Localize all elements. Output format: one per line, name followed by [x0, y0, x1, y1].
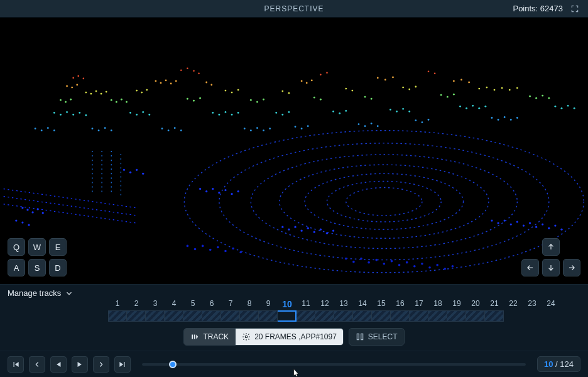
- svg-point-204: [375, 259, 378, 261]
- key-q[interactable]: Q: [8, 238, 25, 256]
- frame-cell[interactable]: [466, 310, 485, 322]
- key-d[interactable]: D: [49, 259, 67, 276]
- frame-cell[interactable]: [108, 310, 127, 322]
- frame-cell[interactable]: [297, 310, 315, 322]
- frame-number[interactable]: 22: [504, 299, 523, 309]
- frame-cell[interactable]: [240, 310, 259, 322]
- total-frames: 124: [560, 359, 574, 369]
- svg-point-101: [396, 111, 398, 112]
- play-forward-button[interactable]: [72, 356, 88, 373]
- arrow-up-button[interactable]: [542, 238, 560, 256]
- frame-number[interactable]: 1: [108, 299, 127, 309]
- frame-cell[interactable]: [202, 310, 221, 322]
- frame-number[interactable]: 4: [165, 299, 183, 309]
- frameset-button[interactable]: 20 FRAMES ,APP#1097: [235, 329, 343, 345]
- svg-point-172: [288, 229, 290, 231]
- frame-number[interactable]: 7: [221, 299, 240, 309]
- frame-cell[interactable]: [127, 310, 146, 322]
- frame-number[interactable]: 13: [334, 299, 353, 309]
- frame-cell[interactable]: [372, 310, 391, 322]
- key-w[interactable]: W: [28, 238, 46, 256]
- svg-point-171: [281, 226, 283, 228]
- frame-cell[interactable]: [410, 310, 428, 322]
- frame-number[interactable]: 24: [542, 299, 560, 309]
- key-s[interactable]: S: [28, 259, 46, 276]
- arrow-right-button[interactable]: [563, 259, 580, 276]
- frame-number[interactable]: 21: [485, 299, 504, 309]
- frame-cell[interactable]: [278, 310, 297, 322]
- svg-point-74: [453, 94, 455, 96]
- svg-point-89: [212, 112, 214, 114]
- play-back-button[interactable]: [50, 356, 67, 373]
- svg-point-117: [92, 128, 94, 129]
- frame-number[interactable]: 2: [127, 299, 146, 309]
- arrow-down-button[interactable]: [542, 259, 560, 276]
- svg-point-154: [31, 211, 33, 213]
- svg-point-86: [136, 114, 138, 116]
- step-forward-button[interactable]: [93, 356, 109, 373]
- frame-number[interactable]: 16: [391, 299, 410, 309]
- frame-cell[interactable]: [221, 310, 240, 322]
- svg-point-81: [66, 111, 68, 113]
- svg-point-186: [529, 222, 531, 224]
- frame-number[interactable]: 10: [278, 299, 297, 309]
- frame-cell[interactable]: [146, 310, 165, 322]
- frame-number[interactable]: 9: [259, 299, 278, 309]
- timeline-handle[interactable]: [169, 361, 177, 368]
- frame-number[interactable]: 23: [523, 299, 542, 309]
- svg-point-51: [494, 89, 496, 91]
- frame-cell[interactable]: [428, 310, 447, 322]
- frame-cell[interactable]: [259, 310, 278, 322]
- frame-cell[interactable]: [315, 310, 334, 322]
- svg-point-133: [358, 123, 360, 125]
- svg-point-170: [237, 190, 239, 192]
- frame-cell[interactable]: [334, 310, 353, 322]
- svg-point-39: [225, 90, 227, 92]
- svg-point-118: [98, 129, 100, 131]
- svg-point-104: [459, 106, 461, 107]
- frame-number[interactable]: 11: [297, 299, 315, 309]
- svg-point-37: [141, 92, 143, 94]
- frame-cell[interactable]: [391, 310, 410, 322]
- frame-number[interactable]: 20: [466, 299, 485, 309]
- go-first-button[interactable]: [8, 356, 24, 373]
- frame-cell[interactable]: [165, 310, 183, 322]
- arrow-left-button[interactable]: [521, 259, 539, 276]
- key-e[interactable]: E: [49, 238, 67, 256]
- svg-point-57: [70, 99, 72, 101]
- svg-point-130: [295, 126, 297, 128]
- svg-point-16: [160, 82, 162, 84]
- step-back-button[interactable]: [29, 356, 45, 373]
- frame-cell[interactable]: [485, 310, 504, 322]
- svg-point-208: [406, 261, 408, 264]
- svg-point-63: [193, 100, 195, 102]
- frame-number[interactable]: 12: [315, 299, 334, 309]
- svg-point-163: [142, 173, 144, 175]
- frame-number[interactable]: 14: [353, 299, 372, 309]
- svg-point-46: [402, 87, 404, 89]
- frame-number[interactable]: 5: [183, 299, 202, 309]
- frame-number[interactable]: 6: [202, 299, 221, 309]
- svg-point-99: [345, 110, 347, 112]
- frame-cell[interactable]: [353, 310, 372, 322]
- svg-point-213: [444, 268, 446, 270]
- frame-number[interactable]: 17: [410, 299, 428, 309]
- key-a[interactable]: A: [8, 259, 25, 276]
- frame-cell[interactable]: [447, 310, 466, 322]
- svg-point-175: [307, 227, 309, 229]
- chevron-down-icon: [65, 289, 74, 298]
- timeline-slider[interactable]: [142, 363, 526, 366]
- frame-number[interactable]: 8: [240, 299, 259, 309]
- frame-number[interactable]: 18: [428, 299, 447, 309]
- frame-number[interactable]: 19: [447, 299, 466, 309]
- track-button[interactable]: TRACK: [184, 329, 235, 345]
- fullscreen-icon[interactable]: [569, 3, 580, 14]
- pointcloud-viewport[interactable]: Q W E A S D: [0, 18, 588, 284]
- frame-cell[interactable]: [183, 310, 202, 322]
- go-last-button[interactable]: [114, 356, 131, 373]
- select-button[interactable]: SELECT: [349, 329, 404, 345]
- frame-number[interactable]: 15: [372, 299, 391, 309]
- frame-number[interactable]: 3: [146, 299, 165, 309]
- svg-point-82: [72, 114, 74, 116]
- manage-tracks-dropdown[interactable]: Manage tracks: [8, 288, 580, 298]
